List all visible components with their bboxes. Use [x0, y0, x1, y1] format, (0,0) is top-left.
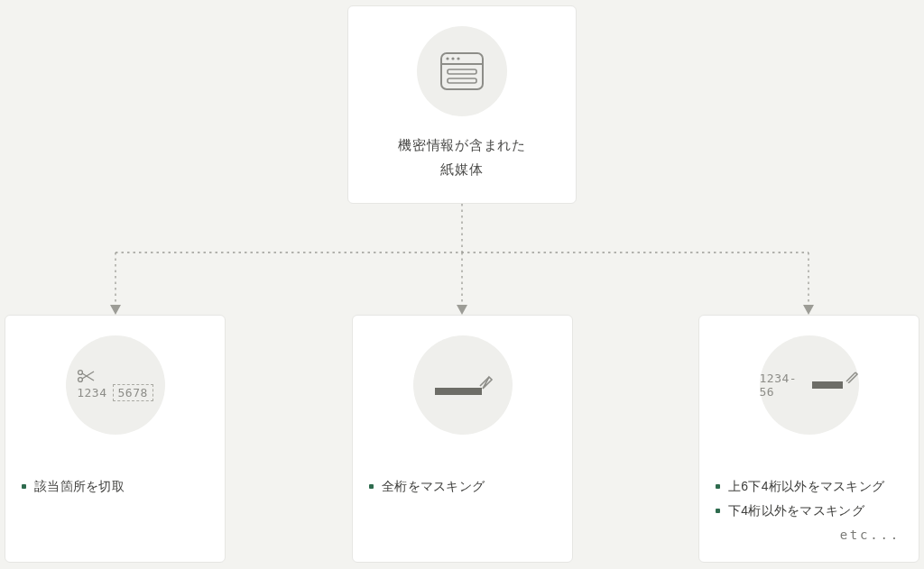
- cut-number-icon: 1234 5678: [66, 335, 165, 435]
- svg-point-5: [446, 57, 448, 60]
- root-title-line1: 機密情報が含まれた: [398, 137, 526, 152]
- root-card: 機密情報が含まれた 紙媒体: [347, 5, 577, 204]
- option-list: 上6下4桁以外をマスキング 下4桁以外をマスキング: [699, 474, 919, 524]
- svg-marker-1: [457, 305, 467, 315]
- svg-point-6: [451, 57, 454, 60]
- etc-text: etc...: [699, 524, 919, 542]
- option-card-fullmask: 全桁をマスキング: [352, 315, 573, 563]
- root-title-line2: 紙媒体: [440, 161, 483, 177]
- partial-mask-icon: 1234-56: [760, 335, 859, 435]
- svg-rect-14: [435, 388, 482, 395]
- svg-point-7: [457, 57, 459, 60]
- icon-partial-text: 1234-56: [760, 372, 811, 399]
- svg-marker-2: [803, 305, 814, 315]
- option-item: 該当箇所を切取: [22, 474, 208, 499]
- svg-point-11: [79, 378, 83, 382]
- option-list: 全桁をマスキング: [353, 474, 572, 499]
- full-mask-icon: [413, 335, 513, 435]
- option-item: 全桁をマスキング: [369, 474, 556, 499]
- option-list: 該当箇所を切取: [5, 474, 225, 499]
- svg-point-10: [79, 371, 83, 375]
- svg-rect-8: [448, 69, 476, 74]
- option-card-cut: 1234 5678 該当箇所を切取: [5, 315, 226, 563]
- icon-number-right: 5678: [113, 384, 153, 401]
- option-item: 下4桁以外をマスキング: [716, 499, 902, 523]
- svg-rect-9: [448, 78, 476, 83]
- option-card-partialmask: 1234-56 上6下4桁以外をマスキング 下4桁以外をマスキング etc...: [698, 315, 919, 563]
- document-window-icon: [417, 26, 507, 116]
- option-item: 上6下4桁以外をマスキング: [716, 474, 902, 499]
- icon-number-left: 1234: [77, 386, 106, 399]
- svg-marker-0: [110, 305, 121, 315]
